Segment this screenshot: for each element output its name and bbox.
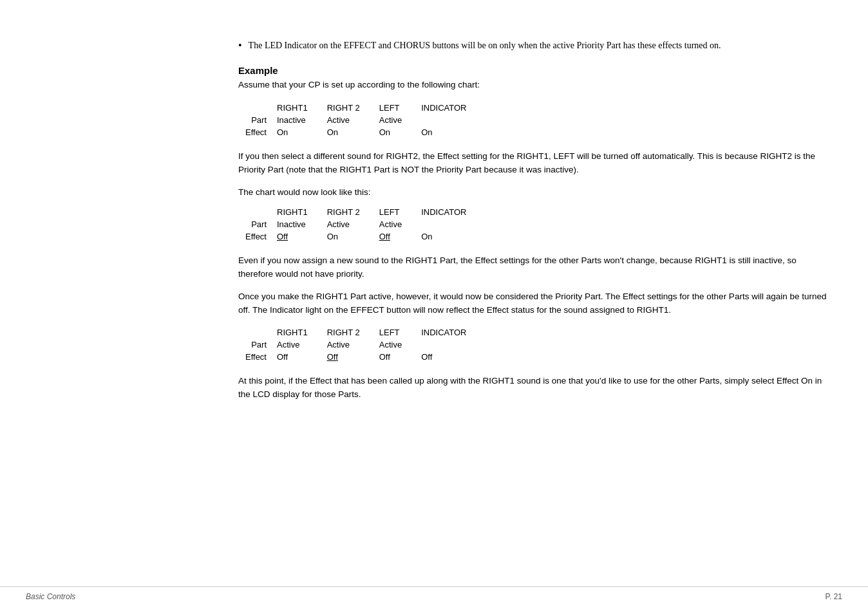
chart1-r2-c0: Effect bbox=[238, 126, 277, 138]
chart2-r1-c2: Active bbox=[327, 218, 379, 230]
chart1-h4: INDICATOR bbox=[421, 102, 486, 114]
chart2-r2-c1: Off bbox=[277, 230, 327, 243]
example-title: Example bbox=[238, 65, 829, 76]
chart3-r1-c0: Part bbox=[238, 339, 277, 351]
chart1-r2-c4: On bbox=[421, 126, 486, 138]
chart3-r2-c2: Off bbox=[327, 351, 379, 363]
chart3-r1-c4 bbox=[421, 339, 486, 351]
chart2-r1-c1: Inactive bbox=[277, 218, 327, 230]
chart1-h0 bbox=[238, 102, 277, 114]
chart1-header: RIGHT1 RIGHT 2 LEFT INDICATOR bbox=[238, 102, 486, 114]
chart3: RIGHT1 RIGHT 2 LEFT INDICATOR Part Activ… bbox=[238, 326, 829, 363]
footer: Basic Controls P. 21 bbox=[0, 586, 868, 601]
chart3-r1-c2: Active bbox=[327, 339, 379, 351]
chart2-r2-c4: On bbox=[421, 230, 486, 243]
bullet-dot: • bbox=[238, 40, 242, 51]
chart1: RIGHT1 RIGHT 2 LEFT INDICATOR Part Inact… bbox=[238, 102, 829, 138]
chart2-h0 bbox=[238, 206, 277, 218]
page-content: • The LED Indicator on the EFFECT and CH… bbox=[238, 0, 829, 462]
chart2-r2-c3: Off bbox=[379, 230, 421, 243]
example-section: Example Assume that your CP is set up ac… bbox=[238, 65, 829, 402]
chart1-r1-c1: Inactive bbox=[277, 114, 327, 126]
chart2-h4: INDICATOR bbox=[421, 206, 486, 218]
chart3-h1: RIGHT1 bbox=[277, 326, 327, 339]
chart2-r2-c0: Effect bbox=[238, 230, 277, 243]
body-text-4: At this point, if the Effect that has be… bbox=[238, 375, 829, 402]
chart1-r2-c1: On bbox=[277, 126, 327, 138]
chart1-h3: LEFT bbox=[379, 102, 421, 114]
chart2-row2: Effect Off On Off On bbox=[238, 230, 486, 243]
chart3-r2-c4: Off bbox=[421, 351, 486, 363]
chart1-r2-c2: On bbox=[327, 126, 379, 138]
chart1-r1-c3: Active bbox=[379, 114, 421, 126]
chart3-r2-c0: Effect bbox=[238, 351, 277, 363]
chart3-row1: Part Active Active Active bbox=[238, 339, 486, 351]
body-text-3a: Even if you now assign a new sound to th… bbox=[238, 254, 829, 281]
body-text-2: The chart would now look like this: bbox=[238, 186, 829, 200]
chart1-row1: Part Inactive Active Active bbox=[238, 114, 486, 126]
chart1-table: RIGHT1 RIGHT 2 LEFT INDICATOR Part Inact… bbox=[238, 102, 486, 138]
bullet-section: • The LED Indicator on the EFFECT and CH… bbox=[238, 39, 829, 52]
chart2-r2-c2: On bbox=[327, 230, 379, 243]
example-intro: Assume that your CP is set up according … bbox=[238, 79, 829, 91]
chart3-table: RIGHT1 RIGHT 2 LEFT INDICATOR Part Activ… bbox=[238, 326, 486, 363]
chart2: RIGHT1 RIGHT 2 LEFT INDICATOR Part Inact… bbox=[238, 206, 829, 243]
chart3-header: RIGHT1 RIGHT 2 LEFT INDICATOR bbox=[238, 326, 486, 339]
chart2-h1: RIGHT1 bbox=[277, 206, 327, 218]
chart3-h0 bbox=[238, 326, 277, 339]
chart2-h3: LEFT bbox=[379, 206, 421, 218]
chart2-r1-c3: Active bbox=[379, 218, 421, 230]
chart1-row2: Effect On On On On bbox=[238, 126, 486, 138]
body-text-1: If you then select a different sound for… bbox=[238, 150, 829, 177]
chart1-r2-c3: On bbox=[379, 126, 421, 138]
chart1-r1-c0: Part bbox=[238, 114, 277, 126]
chart2-r1-c4 bbox=[421, 218, 486, 230]
chart1-h2: RIGHT 2 bbox=[327, 102, 379, 114]
chart1-h1: RIGHT1 bbox=[277, 102, 327, 114]
bullet-text: The LED Indicator on the EFFECT and CHOR… bbox=[249, 39, 721, 52]
chart1-r1-c4 bbox=[421, 114, 486, 126]
chart3-r1-c1: Active bbox=[277, 339, 327, 351]
chart2-header: RIGHT1 RIGHT 2 LEFT INDICATOR bbox=[238, 206, 486, 218]
chart3-r2-c3: Off bbox=[379, 351, 421, 363]
chart3-row2: Effect Off Off Off Off bbox=[238, 351, 486, 363]
chart2-row1: Part Inactive Active Active bbox=[238, 218, 486, 230]
footer-left: Basic Controls bbox=[26, 592, 75, 601]
chart2-table: RIGHT1 RIGHT 2 LEFT INDICATOR Part Inact… bbox=[238, 206, 486, 243]
chart2-h2: RIGHT 2 bbox=[327, 206, 379, 218]
chart3-r1-c3: Active bbox=[379, 339, 421, 351]
body-text-3b: Once you make the RIGHT1 Part active, ho… bbox=[238, 290, 829, 317]
chart2-r1-c0: Part bbox=[238, 218, 277, 230]
chart1-r1-c2: Active bbox=[327, 114, 379, 126]
chart3-r2-c1: Off bbox=[277, 351, 327, 363]
chart3-h4: INDICATOR bbox=[421, 326, 486, 339]
footer-right: P. 21 bbox=[826, 592, 842, 601]
chart3-h3: LEFT bbox=[379, 326, 421, 339]
chart3-h2: RIGHT 2 bbox=[327, 326, 379, 339]
